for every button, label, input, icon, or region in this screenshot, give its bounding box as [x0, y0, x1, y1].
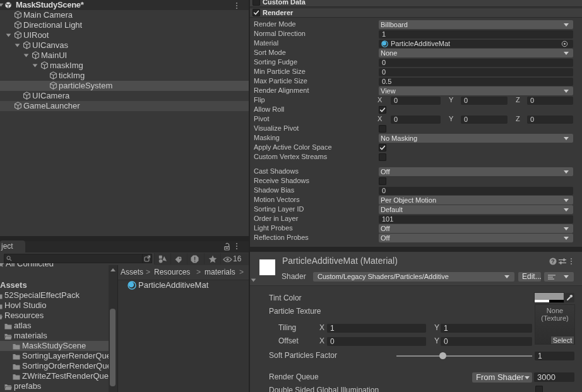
- svg-text:?: ?: [551, 258, 554, 264]
